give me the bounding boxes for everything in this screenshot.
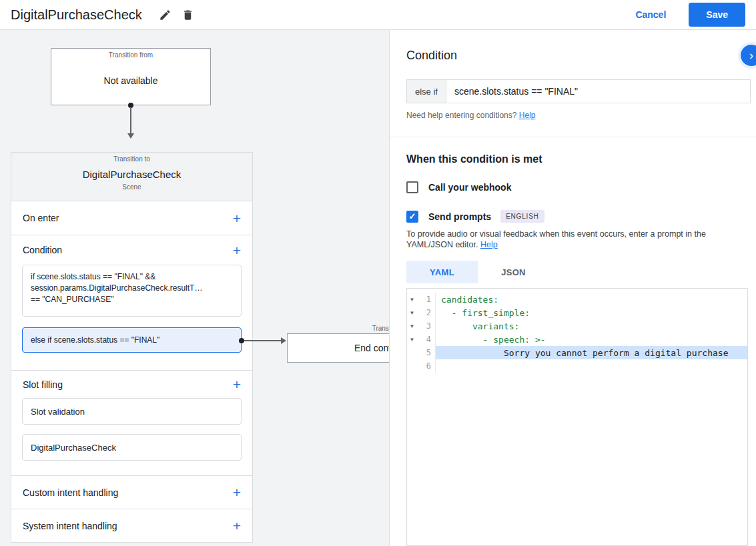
panel-divider bbox=[390, 137, 756, 137]
condition-panel: Condition › else if Need help entering c… bbox=[389, 30, 756, 546]
section-on-enter[interactable]: On enter + bbox=[11, 201, 252, 235]
save-button[interactable]: Save bbox=[689, 3, 745, 27]
editor-line: ▼ 3 variants: bbox=[407, 319, 747, 333]
end-conversation-box[interactable]: End conversation bbox=[287, 333, 389, 363]
edit-title-button[interactable] bbox=[154, 3, 177, 26]
fold-caret-icon[interactable]: ▼ bbox=[407, 310, 417, 316]
call-webhook-label[interactable]: Call your webhook bbox=[428, 182, 511, 193]
tab-yaml[interactable]: YAML bbox=[406, 261, 478, 283]
scene-type-label: Scene bbox=[11, 183, 252, 191]
condition-prefix-selector[interactable]: else if bbox=[407, 80, 446, 103]
condition-item-1[interactable]: if scene.slots.status == "FINAL" && sess… bbox=[22, 265, 242, 317]
section-slot-filling[interactable]: Slot filling + bbox=[11, 370, 252, 398]
delete-scene-button[interactable] bbox=[177, 3, 200, 26]
yaml-editor[interactable]: ▼ 1 candidates: ▼ 2 - first_simple: ▼ 3 … bbox=[406, 288, 748, 546]
transition-from-label: Transition from bbox=[51, 49, 210, 59]
send-prompts-row: ✓ Send prompts ENGLISH bbox=[406, 210, 544, 223]
transition-from-box[interactable]: Transition from Not available bbox=[51, 48, 211, 105]
condition-expression-input[interactable] bbox=[446, 80, 750, 103]
editor-line: ▼ 4 - speech: >- bbox=[407, 333, 747, 346]
feedback-help-link[interactable]: Help bbox=[480, 240, 498, 249]
condition-help-text: Need help entering conditions? Help bbox=[406, 111, 535, 120]
pencil-icon bbox=[159, 9, 171, 21]
slot-item-digitalpurchasecheck[interactable]: DigitalPurchaseCheck bbox=[22, 434, 242, 461]
prompt-feedback-text: To provide audio or visual feedback when… bbox=[406, 229, 745, 250]
tab-json[interactable]: JSON bbox=[478, 261, 549, 283]
scene-card[interactable]: Transition to DigitalPurchaseCheck Scene… bbox=[11, 152, 253, 543]
transition-from-value: Not available bbox=[51, 75, 210, 86]
custom-intent-label: Custom intent handling bbox=[23, 487, 118, 498]
line-number: 3 bbox=[417, 321, 435, 331]
add-slot-icon[interactable]: + bbox=[233, 377, 241, 391]
scene-editor: DigitalPurchaseCheck Cancel Save Transit… bbox=[0, 0, 756, 546]
chevron-right-icon: › bbox=[749, 49, 753, 63]
line-number: 4 bbox=[417, 335, 435, 344]
slot-filling-label: Slot filling bbox=[23, 379, 63, 390]
flow-canvas: Transition from Not available Transition… bbox=[0, 30, 389, 546]
condition-item-2-selected[interactable]: else if scene.slots.status == "FINAL" bbox=[22, 327, 242, 353]
fold-caret-icon[interactable]: ▼ bbox=[407, 297, 417, 303]
line-number: 6 bbox=[417, 361, 435, 371]
end-transition-label: Transition to bbox=[287, 322, 389, 332]
add-system-intent-icon[interactable]: + bbox=[233, 519, 241, 533]
editor-line: ▼ 1 candidates: bbox=[407, 293, 747, 306]
code-text[interactable]: variants: bbox=[435, 319, 747, 333]
editor-line: 6 bbox=[407, 359, 747, 373]
arrow-down-icon bbox=[127, 133, 134, 139]
condition-met-heading: When this condition is met bbox=[406, 153, 542, 165]
section-condition[interactable]: Condition + bbox=[11, 235, 252, 265]
scene-card-header: Transition to DigitalPurchaseCheck Scene bbox=[11, 153, 252, 201]
add-condition-icon[interactable]: + bbox=[233, 243, 241, 257]
fold-caret-icon[interactable]: ▼ bbox=[407, 337, 417, 343]
scene-name: DigitalPurchaseCheck bbox=[11, 169, 252, 180]
connector-dot bbox=[239, 338, 244, 343]
editor-tabs: YAML JSON bbox=[406, 261, 549, 283]
check-icon: ✓ bbox=[409, 211, 416, 221]
send-prompts-label[interactable]: Send prompts bbox=[428, 211, 491, 222]
code-text[interactable]: Sorry you cannot perform a digital purch… bbox=[435, 346, 747, 359]
condition-help-link[interactable]: Help bbox=[519, 111, 536, 120]
line-number: 1 bbox=[417, 295, 435, 304]
connector-line-horizontal bbox=[244, 340, 282, 341]
feedback-text: To provide audio or visual feedback when… bbox=[406, 229, 706, 249]
end-conversation-node[interactable]: Transition to End conversation bbox=[287, 322, 389, 363]
line-number: 2 bbox=[417, 308, 435, 317]
trash-icon bbox=[181, 9, 194, 21]
line-number: 5 bbox=[417, 348, 435, 357]
condition-item-2-text: else if scene.slots.status == "FINAL" bbox=[31, 335, 159, 346]
page-title: DigitalPurchaseCheck bbox=[11, 7, 142, 23]
arrow-right-icon bbox=[281, 337, 286, 344]
help-text: Need help entering conditions? bbox=[406, 111, 519, 120]
code-text[interactable]: - first_simple: bbox=[435, 306, 747, 319]
slot-item-validation[interactable]: Slot validation bbox=[22, 398, 242, 425]
editor-line-highlighted: 5 Sorry you cannot perform a digital pur… bbox=[407, 346, 747, 359]
fold-caret-icon[interactable]: ▼ bbox=[407, 323, 417, 329]
section-system-intent[interactable]: System intent handling + bbox=[11, 509, 252, 542]
code-text[interactable]: candidates: bbox=[435, 293, 747, 306]
code-text[interactable] bbox=[435, 359, 747, 373]
add-custom-intent-icon[interactable]: + bbox=[233, 485, 241, 499]
top-bar: DigitalPurchaseCheck Cancel Save bbox=[0, 0, 756, 30]
code-text[interactable]: - speech: >- bbox=[435, 333, 747, 346]
collapse-panel-button[interactable]: › bbox=[741, 45, 756, 66]
language-badge: ENGLISH bbox=[500, 210, 544, 223]
transition-to-label: Transition to bbox=[11, 153, 252, 163]
connector-line-vertical bbox=[130, 107, 131, 134]
condition-label: Condition bbox=[23, 245, 62, 255]
send-prompts-checkbox[interactable]: ✓ bbox=[406, 211, 418, 223]
on-enter-label: On enter bbox=[23, 213, 59, 223]
cancel-button[interactable]: Cancel bbox=[635, 9, 666, 20]
system-intent-label: System intent handling bbox=[23, 521, 117, 531]
add-on-enter-icon[interactable]: + bbox=[233, 211, 241, 225]
editor-line: ▼ 2 - first_simple: bbox=[407, 306, 747, 319]
webhook-row: Call your webhook bbox=[406, 181, 511, 193]
condition-expression-row: else if bbox=[406, 79, 751, 103]
section-custom-intent[interactable]: Custom intent handling + bbox=[11, 475, 252, 509]
panel-title: Condition bbox=[406, 49, 457, 63]
call-webhook-checkbox[interactable] bbox=[406, 181, 418, 193]
